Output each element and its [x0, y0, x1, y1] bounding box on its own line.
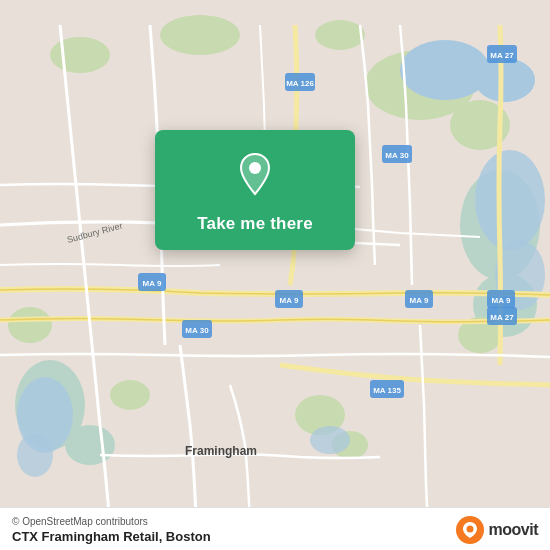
svg-text:MA 27: MA 27 [490, 51, 514, 60]
svg-text:MA 135: MA 135 [373, 386, 401, 395]
osm-attribution: © OpenStreetMap contributors [12, 516, 211, 527]
map-container: Sudbury River MA 27 MA 126 MA 30 MA 9 MA… [0, 0, 550, 550]
take-me-there-button[interactable]: Take me there [197, 212, 313, 236]
svg-point-20 [17, 433, 53, 477]
svg-text:MA 126: MA 126 [286, 79, 314, 88]
svg-point-9 [8, 307, 52, 343]
svg-text:MA 9: MA 9 [143, 279, 162, 288]
map-background: Sudbury River MA 27 MA 126 MA 30 MA 9 MA… [0, 0, 550, 550]
svg-point-7 [65, 425, 115, 465]
svg-point-14 [315, 20, 365, 50]
svg-point-15 [400, 40, 490, 100]
svg-text:MA 9: MA 9 [492, 296, 511, 305]
svg-point-17 [475, 150, 545, 250]
svg-text:MA 9: MA 9 [280, 296, 299, 305]
svg-point-12 [160, 15, 240, 55]
svg-text:MA 9: MA 9 [410, 296, 429, 305]
svg-point-13 [50, 37, 110, 73]
svg-point-16 [475, 58, 535, 102]
svg-text:MA 30: MA 30 [185, 326, 209, 335]
moovit-logo: moovit [456, 516, 538, 544]
svg-point-45 [249, 162, 261, 174]
moovit-icon [456, 516, 484, 544]
location-title: CTX Framingham Retail, Boston [12, 529, 211, 544]
svg-point-47 [466, 526, 473, 533]
svg-text:Framingham: Framingham [185, 444, 257, 458]
svg-text:MA 30: MA 30 [385, 151, 409, 160]
bottom-bar: © OpenStreetMap contributors CTX Framing… [0, 507, 550, 550]
pin-icon [229, 148, 281, 200]
svg-point-21 [310, 426, 350, 454]
location-card: Take me there [155, 130, 355, 250]
svg-point-8 [110, 380, 150, 410]
moovit-text: moovit [489, 521, 538, 539]
bottom-left: © OpenStreetMap contributors CTX Framing… [12, 516, 211, 544]
svg-text:MA 27: MA 27 [490, 313, 514, 322]
